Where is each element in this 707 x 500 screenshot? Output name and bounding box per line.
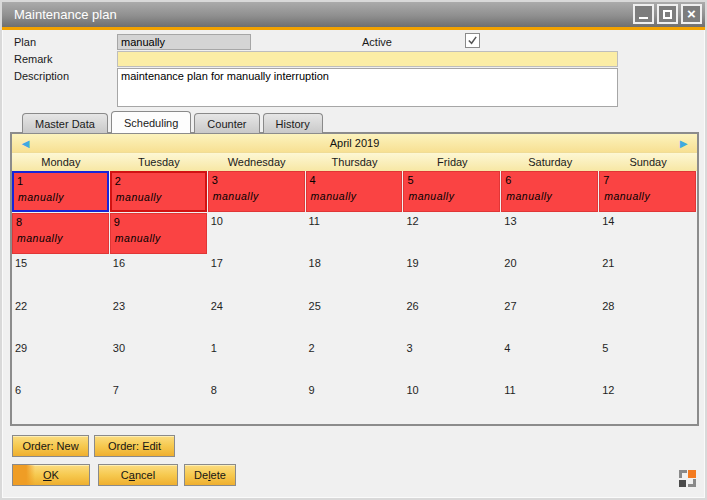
event-label: manually xyxy=(502,186,597,202)
day-number: 3 xyxy=(403,340,501,354)
minimize-button[interactable] xyxy=(633,4,654,24)
calendar-day-cell[interactable]: 11 xyxy=(306,213,404,255)
calendar-day-cell[interactable]: 22 xyxy=(12,298,110,340)
order-new-button[interactable]: Order: New xyxy=(12,435,89,457)
remark-field[interactable] xyxy=(117,51,618,67)
delete-button[interactable]: Delete xyxy=(184,464,236,486)
calendar-day-cell[interactable]: 8 xyxy=(208,382,306,424)
calendar-day-cell[interactable]: 25 xyxy=(306,298,404,340)
ok-accesskey: O xyxy=(43,469,52,481)
day-number: 1 xyxy=(208,340,306,354)
maximize-button[interactable] xyxy=(657,4,678,24)
event-label: manually xyxy=(307,186,402,202)
calendar-day-cell[interactable]: 9manually xyxy=(110,213,207,254)
calendar-day-cell[interactable]: 10 xyxy=(403,382,501,424)
calendar-day-cell[interactable]: 5 xyxy=(599,340,697,382)
calendar-day-cell[interactable]: 2 xyxy=(306,340,404,382)
day-number: 16 xyxy=(110,255,208,269)
grip-square-dark xyxy=(679,480,686,487)
calendar-day-cell[interactable]: 1manually xyxy=(12,171,109,212)
close-icon: × xyxy=(687,6,696,21)
calendar-weekday-header: Monday Tuesday Wednesday Thursday Friday… xyxy=(12,153,697,171)
description-field[interactable]: maintenance plan for manually interrupti… xyxy=(117,68,618,107)
calendar-day-cell[interactable]: 14 xyxy=(599,213,697,255)
event-label: manually xyxy=(600,186,695,202)
calendar-day-cell[interactable]: 1 xyxy=(208,340,306,382)
calendar-day-cell[interactable]: 8manually xyxy=(12,213,109,254)
calendar-day-cell[interactable]: 30 xyxy=(110,340,208,382)
remark-label: Remark xyxy=(14,53,53,65)
day-number: 8 xyxy=(208,382,306,396)
maximize-icon xyxy=(663,10,672,19)
day-number: 10 xyxy=(208,213,306,227)
calendar-day-cell[interactable]: 29 xyxy=(12,340,110,382)
calendar-day-cell[interactable]: 17 xyxy=(208,255,306,297)
previous-month-arrow-icon[interactable]: ◄ xyxy=(19,135,32,152)
calendar-month-title: April 2019 xyxy=(330,137,380,149)
day-header-monday: Monday xyxy=(12,153,110,171)
order-edit-button[interactable]: Order: Edit xyxy=(94,435,175,457)
calendar-day-cell[interactable]: 4 xyxy=(501,340,599,382)
next-month-arrow-icon[interactable]: ► xyxy=(677,135,690,152)
calendar-day-cell[interactable]: 9 xyxy=(306,382,404,424)
tab-counter[interactable]: Counter xyxy=(194,113,259,133)
calendar-day-cell[interactable]: 4manually xyxy=(306,171,403,212)
day-number: 30 xyxy=(110,340,208,354)
calendar-day-cell[interactable]: 11 xyxy=(501,382,599,424)
calendar-day-cell[interactable]: 6manually xyxy=(501,171,598,212)
calendar-day-cell[interactable]: 13 xyxy=(501,213,599,255)
calendar-day-cell[interactable]: 19 xyxy=(403,255,501,297)
day-number: 6 xyxy=(502,172,597,186)
day-number: 8 xyxy=(13,214,108,228)
calendar-day-cell[interactable]: 20 xyxy=(501,255,599,297)
calendar-day-cell[interactable]: 12 xyxy=(403,213,501,255)
calendar-day-cell[interactable]: 21 xyxy=(599,255,697,297)
calendar-day-cell[interactable]: 12 xyxy=(599,382,697,424)
tab-scheduling[interactable]: Scheduling xyxy=(111,111,191,133)
window-title: Maintenance plan xyxy=(14,7,117,22)
tab-master-data[interactable]: Master Data xyxy=(22,113,108,133)
calendar-day-cell[interactable]: 16 xyxy=(110,255,208,297)
plan-label: Plan xyxy=(14,36,36,48)
grip-square-orange xyxy=(688,470,696,478)
event-label: manually xyxy=(13,228,108,244)
event-label: manually xyxy=(112,187,205,203)
tab-history[interactable]: History xyxy=(263,113,323,133)
close-button[interactable]: × xyxy=(681,4,702,24)
day-number: 25 xyxy=(306,298,404,312)
calendar-day-cell[interactable]: 7 xyxy=(110,382,208,424)
day-number: 28 xyxy=(599,298,697,312)
day-number: 7 xyxy=(600,172,695,186)
accent-line xyxy=(2,27,705,30)
calendar-day-cell[interactable]: 7manually xyxy=(599,171,696,212)
description-label: Description xyxy=(14,70,69,82)
calendar-day-cell[interactable]: 23 xyxy=(110,298,208,340)
calendar-day-cell[interactable]: 15 xyxy=(12,255,110,297)
day-number: 9 xyxy=(111,214,206,228)
plan-field[interactable]: manually xyxy=(117,34,251,50)
calendar-day-cell[interactable]: 10 xyxy=(208,213,306,255)
calendar-day-cell[interactable]: 18 xyxy=(306,255,404,297)
calendar-day-cell[interactable]: 24 xyxy=(208,298,306,340)
calendar-day-cell[interactable]: 3manually xyxy=(208,171,305,212)
day-number: 27 xyxy=(501,298,599,312)
checkmark-icon xyxy=(467,35,478,46)
day-number: 11 xyxy=(501,382,599,396)
calendar-day-cell[interactable]: 3 xyxy=(403,340,501,382)
calendar-grid: 1manually2manually3manually4manually5man… xyxy=(12,171,697,424)
calendar-day-cell[interactable]: 6 xyxy=(12,382,110,424)
calendar-day-cell[interactable]: 5manually xyxy=(403,171,500,212)
resize-grip-icon[interactable] xyxy=(679,470,696,487)
active-checkbox[interactable] xyxy=(465,33,480,48)
day-number: 2 xyxy=(112,173,205,187)
ok-label-rest: K xyxy=(52,469,59,481)
ok-button[interactable]: OK xyxy=(12,464,90,486)
calendar-day-cell[interactable]: 2manually xyxy=(110,171,207,212)
calendar-day-cell[interactable]: 27 xyxy=(501,298,599,340)
maintenance-plan-window: Maintenance plan × Plan manually Active … xyxy=(0,0,707,500)
cancel-button[interactable]: Cancel xyxy=(98,464,178,486)
calendar-day-cell[interactable]: 28 xyxy=(599,298,697,340)
day-header-tuesday: Tuesday xyxy=(110,153,208,171)
calendar-day-cell[interactable]: 26 xyxy=(403,298,501,340)
day-number: 18 xyxy=(306,255,404,269)
